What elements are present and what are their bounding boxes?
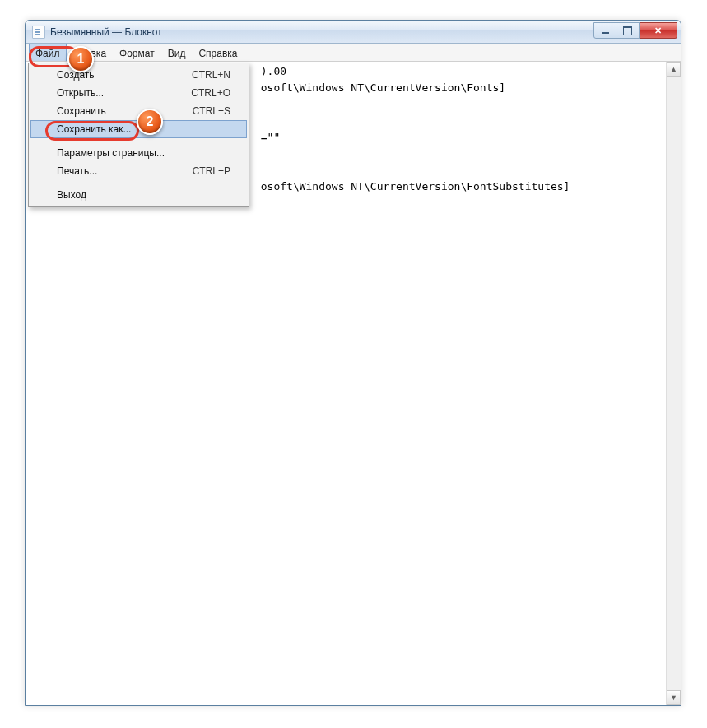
window-title: Безымянный — Блокнот bbox=[50, 26, 162, 38]
scroll-down-button[interactable]: ▼ bbox=[667, 690, 681, 705]
menu-item-label: Выход bbox=[57, 189, 230, 201]
menu-item-label: Сохранить bbox=[57, 105, 193, 117]
file-menu-dropdown: СоздатьCTRL+NОткрыть...CTRL+OСохранитьCT… bbox=[28, 63, 249, 207]
menu-item-label: Открыть... bbox=[57, 87, 191, 99]
menu-item-создать[interactable]: СоздатьCTRL+N bbox=[30, 66, 247, 84]
menu-bar: Файл Правка Формат Вид Справка bbox=[26, 44, 681, 62]
menu-format[interactable]: Формат bbox=[113, 44, 161, 61]
scroll-up-button[interactable]: ▲ bbox=[667, 62, 681, 77]
menu-item-label: Печать... bbox=[57, 165, 193, 177]
menu-view[interactable]: Вид bbox=[161, 44, 193, 61]
menu-separator bbox=[55, 141, 245, 141]
callout-marker-2: 2 bbox=[137, 109, 163, 135]
menu-item-выход[interactable]: Выход bbox=[30, 186, 247, 204]
vertical-scrollbar[interactable]: ▲ ▼ bbox=[666, 62, 681, 705]
menu-separator bbox=[55, 183, 245, 183]
menu-item-label: Параметры страницы... bbox=[57, 147, 230, 159]
window-controls bbox=[593, 22, 677, 39]
menu-item-shortcut: CTRL+O bbox=[191, 87, 230, 99]
menu-item-shortcut: CTRL+S bbox=[193, 105, 230, 117]
menu-item-shortcut: CTRL+P bbox=[193, 165, 230, 177]
menu-item-печать[interactable]: Печать...CTRL+P bbox=[30, 162, 247, 180]
menu-file[interactable]: Файл bbox=[29, 44, 67, 61]
menu-item-параметры-страницы[interactable]: Параметры страницы... bbox=[30, 144, 247, 162]
menu-help[interactable]: Справка bbox=[192, 44, 244, 61]
minimize-button[interactable] bbox=[593, 22, 616, 39]
app-icon bbox=[32, 26, 45, 39]
close-button[interactable] bbox=[640, 22, 677, 39]
title-bar[interactable]: Безымянный — Блокнот bbox=[26, 21, 681, 44]
callout-marker-1: 1 bbox=[67, 46, 94, 72]
maximize-button[interactable] bbox=[616, 22, 640, 39]
menu-item-shortcut: CTRL+N bbox=[192, 69, 230, 81]
menu-item-открыть[interactable]: Открыть...CTRL+O bbox=[30, 84, 247, 102]
